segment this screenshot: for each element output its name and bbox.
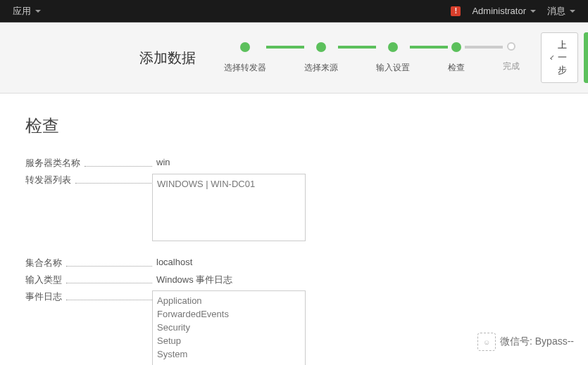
alert-icon: ! bbox=[451, 6, 461, 16]
page-heading: 检查 bbox=[25, 115, 563, 137]
row-forwarder-list: 转发器列表 WINDOWS | WIN-DC01 bbox=[25, 174, 563, 241]
step-select-source: 选择来源 bbox=[304, 42, 338, 74]
step-label: 选择转发器 bbox=[224, 62, 266, 74]
step-label: 输入设置 bbox=[376, 62, 410, 74]
step-review: 检查 bbox=[448, 42, 465, 74]
step-label: 完成 bbox=[503, 60, 520, 72]
wizard-steps: 选择转发器 选择来源 输入设置 检查 完成 bbox=[224, 42, 520, 74]
top-nav-bar: 应用 ! Administrator 消息 bbox=[0, 0, 588, 23]
step-label: 选择来源 bbox=[304, 62, 338, 74]
caret-down-icon bbox=[570, 10, 575, 13]
user-label: Administrator bbox=[472, 6, 526, 16]
step-dot-icon bbox=[507, 42, 515, 51]
field-value: win bbox=[152, 157, 170, 167]
step-connector bbox=[338, 46, 376, 49]
row-input-type: 输入类型 Windows 事件日志 bbox=[25, 274, 563, 286]
watermark-text: 微信号: Bypass-- bbox=[500, 335, 574, 348]
row-server-class-name: 服务器类名称 win bbox=[25, 157, 563, 169]
step-dot-icon bbox=[240, 42, 250, 52]
row-host-name: 集合名称 localhost bbox=[25, 257, 563, 269]
step-select-forwarder: 选择转发器 bbox=[224, 42, 266, 74]
field-label: 输入类型 bbox=[25, 274, 152, 286]
step-label: 检查 bbox=[448, 62, 465, 74]
step-done: 完成 bbox=[503, 42, 520, 72]
wizard-title: 添加数据 bbox=[13, 49, 203, 68]
topbar-right: ! Administrator 消息 bbox=[446, 5, 580, 18]
step-dot-icon bbox=[451, 42, 461, 52]
list-item[interactable]: Setup bbox=[157, 334, 301, 347]
list-item[interactable]: ForwardedEvents bbox=[157, 307, 301, 321]
submit-button[interactable]: 提交 bbox=[584, 32, 588, 83]
chevron-left-icon bbox=[550, 56, 554, 60]
field-label: 事件日志 bbox=[25, 290, 152, 303]
wechat-avatar-icon: ☺ bbox=[477, 333, 496, 351]
caret-down-icon bbox=[35, 10, 41, 13]
field-label: 转发器列表 bbox=[25, 174, 152, 186]
list-item[interactable]: WINDOWS | WIN-DC01 bbox=[157, 177, 301, 191]
step-connector bbox=[266, 46, 304, 49]
row-event-logs: 事件日志 Application ForwardedEvents Securit… bbox=[25, 290, 563, 365]
messages-menu[interactable]: 消息 bbox=[543, 5, 580, 18]
apps-label: 应用 bbox=[13, 5, 31, 18]
step-connector bbox=[465, 46, 503, 49]
field-label: 集合名称 bbox=[25, 257, 152, 269]
list-item[interactable]: System bbox=[157, 347, 301, 361]
main-content: 检查 服务器类名称 win 转发器列表 WINDOWS | WIN-DC01 集… bbox=[0, 94, 588, 365]
step-dot-icon bbox=[316, 42, 326, 52]
step-dot-icon bbox=[388, 42, 398, 52]
wizard-actions: 上一步 提交 bbox=[541, 32, 588, 83]
caret-down-icon bbox=[530, 10, 536, 13]
forwarder-listbox[interactable]: WINDOWS | WIN-DC01 bbox=[152, 174, 306, 241]
user-menu[interactable]: Administrator bbox=[468, 6, 540, 16]
field-label: 服务器类名称 bbox=[25, 157, 152, 169]
step-input-settings: 输入设置 bbox=[376, 42, 410, 74]
prev-label: 上一步 bbox=[556, 39, 568, 77]
prev-button[interactable]: 上一步 bbox=[541, 32, 578, 83]
topbar-left: 应用 bbox=[8, 5, 45, 18]
wizard-header: 添加数据 选择转发器 选择来源 输入设置 检查 完成 上一步 bbox=[0, 23, 588, 94]
alert-indicator[interactable]: ! bbox=[446, 6, 465, 16]
step-connector bbox=[410, 46, 448, 49]
messages-label: 消息 bbox=[547, 5, 565, 18]
field-value: localhost bbox=[152, 257, 192, 267]
list-item[interactable]: Application bbox=[157, 294, 301, 307]
list-item[interactable]: Security bbox=[157, 321, 301, 334]
event-logs-listbox[interactable]: Application ForwardedEvents Security Set… bbox=[152, 290, 306, 365]
apps-menu[interactable]: 应用 bbox=[8, 5, 45, 18]
field-value: Windows 事件日志 bbox=[152, 274, 232, 286]
watermark: ☺ 微信号: Bypass-- bbox=[477, 333, 574, 351]
